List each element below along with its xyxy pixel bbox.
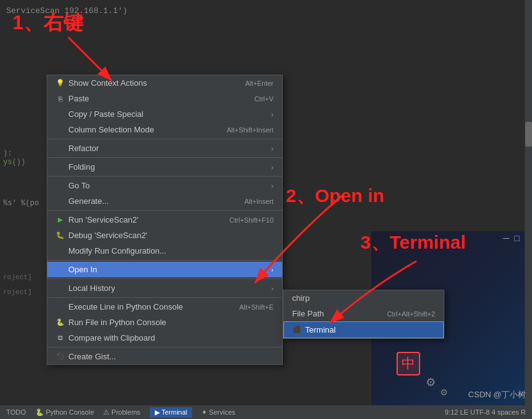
debug-icon: 🐛: [56, 231, 65, 240]
github-icon: ⚫: [56, 352, 65, 361]
menu-refactor[interactable]: Refactor ›: [47, 140, 282, 156]
menu-copy-paste-special[interactable]: Copy / Paste Special ›: [47, 106, 282, 122]
scrollbar-track: [525, 0, 532, 405]
open-in-icon: [56, 265, 65, 274]
separator-5: [47, 260, 282, 260]
minimize-icon[interactable]: ─: [503, 233, 510, 243]
status-terminal[interactable]: ▶ Terminal: [150, 407, 192, 418]
run-icon: ▶: [56, 216, 65, 224]
menu-debug[interactable]: 🐛 Debug 'ServiceScan2': [47, 228, 282, 243]
separator-3: [47, 176, 282, 177]
menu-create-gist[interactable]: ⚫ Create Gist...: [47, 349, 282, 364]
compare-icon: ⧉: [56, 334, 65, 343]
context-menu: 💡 Show Context Actions Alt+Enter ⎘ Paste…: [47, 75, 283, 365]
terminal-icon: ⬛: [293, 326, 301, 334]
menu-execute-line[interactable]: Execute Line in Python Console Alt+Shift…: [47, 299, 282, 315]
settings-gear-2: ⚙: [440, 387, 448, 397]
status-bar: TODO 🐍 Python Console ⚠ Problems ▶ Termi…: [0, 405, 532, 419]
column-icon: [56, 126, 65, 134]
menu-column-selection[interactable]: Column Selection Mode Alt+Shift+Insert: [47, 122, 282, 137]
menu-show-context[interactable]: 💡 Show Context Actions Alt+Enter: [47, 75, 282, 91]
separator-1: [47, 139, 282, 139]
history-icon: [56, 284, 65, 293]
menu-local-history[interactable]: Local History ›: [47, 280, 282, 296]
csdn-watermark: CSDN @丁小树: [468, 389, 526, 400]
separator-4: [47, 210, 282, 211]
window-controls: ─ □: [503, 233, 520, 243]
menu-modify-run[interactable]: Modify Run Configuration...: [47, 243, 282, 259]
submenu-file-path[interactable]: File Path Ctrl+Alt+Shift+2: [283, 306, 444, 321]
status-todo[interactable]: TODO: [6, 408, 26, 416]
execute-icon: [56, 303, 65, 311]
copy-icon: [56, 110, 65, 119]
submenu-terminal[interactable]: ⬛ Terminal: [283, 321, 444, 338]
status-right-info: 9:12 LE UTF-8 4 spaces R: [445, 408, 526, 416]
python-icon: 🐍: [56, 318, 65, 327]
menu-compare-clipboard[interactable]: ⧉ Compare with Clipboard: [47, 330, 282, 346]
settings-gear: ⚙: [426, 375, 436, 389]
menu-generate[interactable]: Generate... Alt+Insert: [47, 193, 282, 209]
refactor-icon: [56, 144, 65, 153]
modify-run-icon: [56, 247, 65, 256]
menu-goto[interactable]: Go To ›: [47, 178, 282, 193]
separator-2: [47, 157, 282, 158]
menu-paste[interactable]: ⎘ Paste Ctrl+V: [47, 91, 282, 106]
separator-8: [47, 347, 282, 348]
menu-folding[interactable]: Folding ›: [47, 159, 282, 175]
scrollbar-thumb[interactable]: [525, 122, 532, 147]
separator-6: [47, 279, 282, 279]
separator-7: [47, 297, 282, 298]
open-in-submenu: chirp File Path Ctrl+Alt+Shift+2 ⬛ Termi…: [283, 290, 444, 339]
chinese-char-overlay: 中: [397, 352, 420, 375]
bulb-icon: 💡: [56, 79, 65, 88]
paste-icon: ⎘: [56, 94, 65, 103]
menu-run-file[interactable]: 🐍 Run File in Python Console: [47, 315, 282, 330]
generate-icon: [56, 197, 65, 206]
status-problems[interactable]: ⚠ Problems: [103, 408, 140, 417]
code-fragment-1: ):ys()): [3, 149, 25, 167]
code-fragment-2: %s' %(po: [3, 199, 39, 208]
menu-run[interactable]: ▶ Run 'ServiceScan2' Ctrl+Shift+F10: [47, 212, 282, 228]
goto-icon: [56, 182, 65, 190]
code-fragment-3: roject]roject]: [3, 274, 32, 296]
menu-open-in[interactable]: Open In ›: [47, 262, 282, 277]
step1-annotation: 1、右键: [12, 9, 83, 37]
status-python-console[interactable]: 🐍 Python Console: [35, 408, 94, 417]
folding-icon: [56, 163, 65, 172]
submenu-chirp[interactable]: chirp: [283, 290, 444, 306]
maximize-icon[interactable]: □: [515, 233, 520, 243]
status-services[interactable]: ✦ Services: [201, 408, 235, 417]
